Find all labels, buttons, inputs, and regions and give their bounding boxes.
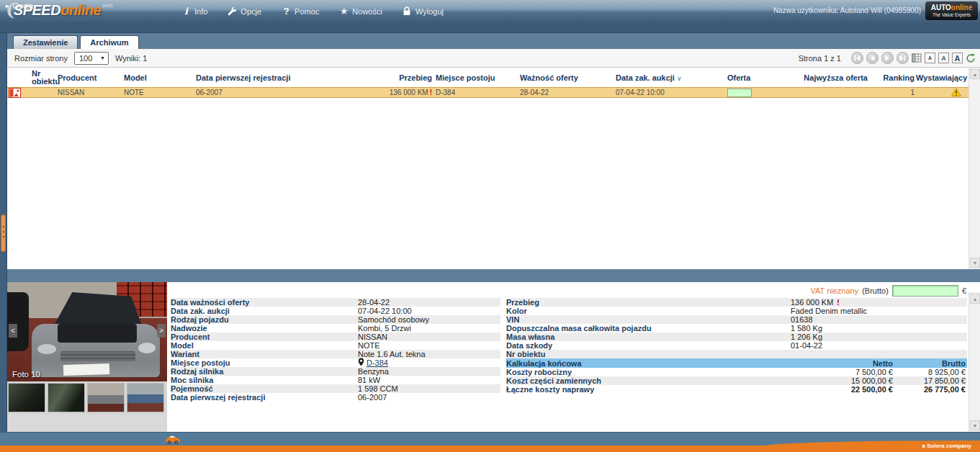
final-calculation-header: Kalkulacja końcowa Netto Brutto xyxy=(506,358,967,368)
sort-descending-icon: ∨ xyxy=(677,75,682,82)
column-nr-obiektu[interactable]: Nr obiektu xyxy=(26,70,58,86)
photo-headlight-left xyxy=(37,344,56,354)
detail-value: 81 kW xyxy=(358,376,380,384)
grid-scrollbar[interactable]: ▲ ▼ xyxy=(968,68,980,269)
header-divider-strip xyxy=(0,22,980,33)
results-grid: Nr obiektu Producent Model Data pierwsze… xyxy=(7,68,968,269)
nav-item-opcje[interactable]: Opcje xyxy=(228,6,261,17)
detail-value: 1 598 CCM xyxy=(358,384,398,393)
detail-label: Pojemność xyxy=(171,384,358,393)
parking-location-link[interactable]: D-384 xyxy=(367,358,388,367)
nav-item-wyloguj[interactable]: Wyloguj xyxy=(403,6,444,17)
detail-label: Masa własna xyxy=(506,333,791,341)
first-page-button[interactable] xyxy=(851,52,863,64)
photo-thumbnails xyxy=(8,383,164,412)
nav-label-pomoc: Pomoc xyxy=(295,7,319,16)
column-data-pierwszej-rejestracji[interactable]: Data pierwszej rejestracji xyxy=(196,73,347,82)
detail-value: Kombi, 5 Drzwi xyxy=(358,324,411,333)
detail-row: Moc silnika81 kW xyxy=(171,376,500,384)
expand-arrow-icon: ▸ xyxy=(6,2,9,9)
detail-row: Pojemność1 598 CCM xyxy=(171,384,500,393)
photos-available-icon[interactable] xyxy=(9,88,21,98)
toolbar-right-group: Strona 1 z 1 A A A xyxy=(799,52,976,64)
row-cell-waznosc-oferty: 28-04-22 xyxy=(518,89,616,96)
photo-thumbnail-2[interactable] xyxy=(48,383,85,412)
column-przebieg[interactable]: Przebieg xyxy=(347,73,432,82)
detail-row: ModelNOTE xyxy=(171,341,500,350)
toolbar-left-group: Rozmiar strony 100 ▼ Wyniki: 1 xyxy=(14,52,148,65)
calc-label: Koszty robocizny xyxy=(506,368,792,376)
detail-row: Rodzaj silnikaBenzyna xyxy=(171,367,500,376)
scroll-up-icon[interactable]: ▲ xyxy=(970,69,980,79)
brand-online-text: online xyxy=(951,4,972,12)
tab-zestawienie[interactable]: Zestawienie xyxy=(13,35,78,49)
column-data-zak-aukcji[interactable]: Data zak. aukcji∨ xyxy=(616,73,727,82)
nav-item-pomoc[interactable]: ? Pomoc xyxy=(282,6,319,17)
lock-icon xyxy=(403,6,412,17)
vehicle-photo[interactable]: < > Foto 10 xyxy=(7,282,167,381)
font-size-large-button[interactable]: A xyxy=(952,53,963,63)
export-excel-button[interactable] xyxy=(912,53,922,63)
collapsed-side-panel xyxy=(0,33,7,432)
calc-netto-value: 15 000,00 € xyxy=(792,376,893,385)
calc-label: Koszt części zamiennych xyxy=(506,376,792,385)
chevron-down-icon: ▼ xyxy=(100,55,105,60)
detail-value: 06-2007 xyxy=(358,393,387,402)
detail-label: Wariant xyxy=(171,350,358,358)
oferta-input[interactable] xyxy=(727,89,752,97)
detail-row: ProducentNISSAN xyxy=(171,333,500,341)
last-page-button[interactable] xyxy=(896,52,909,64)
calc-row-robocizna: Koszty robocizny 7 500,00 € 8 925,00 € xyxy=(506,368,967,376)
photo-viewer: < > Foto 10 xyxy=(7,282,167,432)
scroll-down-icon[interactable]: ▼ xyxy=(970,258,980,268)
nav-item-info[interactable]: i Info xyxy=(181,6,207,17)
nav-item-nowosci[interactable]: ★ Nowości xyxy=(339,6,382,17)
scroll-up-icon[interactable]: ▲ xyxy=(970,294,980,304)
offer-amount-input[interactable] xyxy=(892,285,958,297)
options-collapse-toggle[interactable]: ▸ Opcje xyxy=(6,1,33,10)
detail-row: Data pierwszej rejestracji06-2007 xyxy=(171,393,500,402)
column-wystawiajacy[interactable]: Wystawiający xyxy=(914,73,968,82)
next-photo-button[interactable]: > xyxy=(157,324,166,338)
detail-column-right: Przebieg 136 000 KM! KolorFaded Denim me… xyxy=(506,298,967,394)
tab-archiwum[interactable]: Archiwum xyxy=(80,35,138,49)
next-page-button[interactable] xyxy=(881,52,894,64)
column-oferta[interactable]: Oferta xyxy=(727,73,803,82)
scroll-down-icon[interactable]: ▼ xyxy=(970,420,980,430)
photo-thumbnail-1[interactable] xyxy=(8,383,45,412)
column-model[interactable]: Model xyxy=(124,73,196,82)
detail-label: Kolor xyxy=(506,307,791,315)
previous-page-icon xyxy=(870,55,875,61)
photo-thumbnail-4[interactable] xyxy=(127,383,164,412)
panel-splitter-grip[interactable] xyxy=(1,214,6,252)
detail-row: WariantNote 1.6 Aut. tekna xyxy=(171,350,500,358)
detail-label: Dopuszczalna masa całkowita pojazdu xyxy=(506,324,791,333)
detail-value: D-384 xyxy=(358,358,388,368)
font-size-small-button[interactable]: A xyxy=(925,53,935,63)
calc-brutto-value: 26 775,00 € xyxy=(893,385,967,394)
detail-row: Rodzaj pojazduSamochód osobowy xyxy=(171,315,500,324)
table-row[interactable]: NISSAN NOTE 06-2007 136 000 KM! D-384 28… xyxy=(7,87,968,98)
main-tab-bar: Zestawienie Archiwum xyxy=(7,33,980,49)
column-producent[interactable]: Producent xyxy=(58,73,124,82)
detail-label: Moc silnika xyxy=(171,376,358,384)
calc-column-brutto: Brutto xyxy=(893,359,967,368)
refresh-button[interactable] xyxy=(966,53,976,63)
vat-status-label: VAT nieznany xyxy=(811,286,859,295)
previous-photo-button[interactable]: < xyxy=(9,324,17,338)
footer-orange-stripe xyxy=(0,446,980,452)
warning-triangle-icon[interactable] xyxy=(951,88,961,98)
detail-scrollbar[interactable]: ▲ ▼ xyxy=(968,292,980,432)
vat-offer-row: VAT nieznany (Brutto) € xyxy=(811,285,966,297)
column-waznosc-oferty[interactable]: Ważność oferty xyxy=(518,73,616,82)
column-najwyzsza-oferta[interactable]: Najwyższa oferta xyxy=(803,73,868,82)
column-ranking[interactable]: Ranking xyxy=(868,73,914,82)
previous-page-button[interactable] xyxy=(866,52,878,64)
photo-thumbnail-3[interactable] xyxy=(87,383,125,412)
top-navigation: i Info Opcje ? Pomoc ★ Nowości Wyloguj xyxy=(181,0,444,22)
calc-row-czesci: Koszt części zamiennych 15 000,00 € 17 8… xyxy=(506,376,967,385)
column-miejsce-postoju[interactable]: Miejsce postoju xyxy=(432,73,518,82)
detail-label: Data zak. aukcji xyxy=(171,307,358,315)
page-size-select[interactable]: 100 ▼ xyxy=(74,52,109,65)
font-size-medium-button[interactable]: A xyxy=(938,53,949,63)
